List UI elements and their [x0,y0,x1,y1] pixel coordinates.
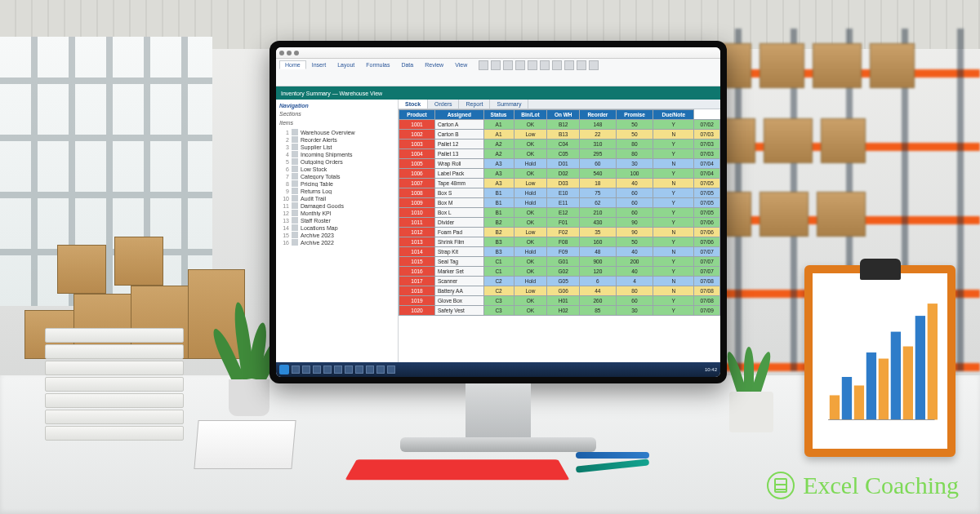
cell[interactable]: OK [514,218,547,228]
cell-id[interactable]: 1017 [399,277,435,286]
cell[interactable]: 30 [616,159,653,169]
cell[interactable]: 60 [580,159,617,169]
table-row[interactable]: 1004Pallet 13A2OKC0529580Y07/03 [399,149,720,159]
cell[interactable]: 80 [616,286,653,296]
cell[interactable]: A1 [483,130,514,140]
cell[interactable]: 07/05 [694,188,720,198]
cell[interactable]: E10 [547,188,580,198]
cell[interactable]: Low [514,228,547,237]
cell[interactable]: G02 [547,267,580,277]
nav-item[interactable]: 13Staff Roster [279,217,394,224]
column-header[interactable]: Bin/Lot [514,110,547,120]
column-header[interactable]: Promise [616,110,653,120]
cell[interactable]: Low [514,286,547,296]
cell[interactable]: Y [653,218,694,228]
cell[interactable]: B3 [483,237,514,247]
cell[interactable]: C1 [483,267,514,277]
number-format-icon[interactable] [564,60,574,70]
cell[interactable]: 40 [616,247,653,257]
cell[interactable]: 60 [616,188,653,198]
cell-id[interactable]: 1007 [399,179,435,188]
cell[interactable]: OK [514,149,547,159]
cell[interactable]: 148 [580,120,617,130]
cell[interactable]: F02 [547,228,580,237]
cell[interactable]: 260 [580,296,617,306]
cell[interactable]: 90 [616,218,653,228]
table-row[interactable]: 1016Marker SetC1OKG0212040Y07/07 [399,267,720,277]
table-row[interactable]: 1001Carton AA1OKB1214850Y07/02 [399,120,720,130]
sheet-tab[interactable]: Summary [490,100,528,109]
cell[interactable]: 48 [580,247,617,257]
cell[interactable]: 50 [616,237,653,247]
cell[interactable]: Y [653,149,694,159]
cell[interactable]: 07/06 [694,237,720,247]
sheet-tab[interactable]: Orders [428,100,459,109]
cell[interactable]: 40 [616,267,653,277]
cell-desc[interactable]: Box M [435,198,484,208]
cell[interactable]: 07/06 [694,218,720,228]
cell[interactable]: B1 [483,208,514,218]
table-row[interactable]: 1009Box MB1HoldE116260Y07/05 [399,198,720,208]
cell[interactable]: 60 [616,296,653,306]
cell[interactable]: 100 [616,169,653,179]
cell-id[interactable]: 1004 [399,149,435,159]
filter-icon[interactable] [589,60,599,70]
cell-desc[interactable]: Strap Kit [435,247,484,257]
cell[interactable]: C1 [483,257,514,267]
cell[interactable]: B2 [483,218,514,228]
cell[interactable]: Y [653,198,694,208]
cell[interactable]: 07/05 [694,198,720,208]
cell-desc[interactable]: Divider [435,218,484,228]
taskbar-app-icon[interactable] [366,366,374,374]
taskbar-app-icon[interactable] [302,366,310,374]
cell-id[interactable]: 1001 [399,120,435,130]
cell[interactable]: OK [514,120,547,130]
cell-id[interactable]: 1009 [399,198,435,208]
cell[interactable]: Hold [514,277,547,286]
cell[interactable]: Low [514,130,547,140]
cell[interactable]: Y [653,140,694,149]
cell[interactable]: D01 [547,159,580,169]
table-row[interactable]: 1006Label PackA3OKD02540100Y07/04 [399,169,720,179]
cell-id[interactable]: 1006 [399,169,435,179]
column-header[interactable]: Status [483,110,514,120]
sort-icon[interactable] [577,60,586,70]
table-row[interactable]: 1013Shrink FilmB3OKF0816050Y07/06 [399,237,720,247]
cell[interactable]: 07/08 [694,286,720,296]
bold-icon[interactable] [479,60,488,70]
cell[interactable]: Y [653,296,694,306]
cell[interactable]: 75 [580,188,617,198]
table-row[interactable]: 1002Carton BA1LowB132250N07/03 [399,130,720,140]
cell[interactable]: 80 [616,149,653,159]
nav-item[interactable]: 10Audit Trail [279,195,394,202]
nav-item[interactable]: 6Low Stock [279,166,394,172]
cell[interactable]: 18 [580,179,617,188]
cell[interactable]: 430 [580,218,617,228]
nav-item[interactable]: 5Outgoing Orders [279,158,394,165]
cell[interactable]: N [653,286,694,296]
start-icon[interactable] [279,365,289,374]
table-row[interactable]: 1019Glove BoxC3OKH0126060Y07/08 [399,296,720,306]
cell[interactable]: 900 [580,257,617,267]
cell[interactable]: C2 [483,277,514,286]
worksheet-area[interactable]: StockOrdersReportSummary ProductAssigned… [399,100,720,362]
cell[interactable]: E12 [547,208,580,218]
cell[interactable]: Y [653,237,694,247]
nav-item[interactable]: 7Category Totals [279,173,394,179]
cell[interactable]: Hold [514,247,547,257]
cell-desc[interactable]: Marker Set [435,267,484,277]
cell[interactable]: 07/04 [694,169,720,179]
cell-id[interactable]: 1005 [399,159,435,169]
cell-desc[interactable]: Tape 48mm [435,179,484,188]
cell[interactable]: F09 [547,247,580,257]
cell[interactable]: 295 [580,149,617,159]
cell-desc[interactable]: Box S [435,188,484,198]
cell[interactable]: OK [514,208,547,218]
table-row[interactable]: 1017ScannerC2HoldG0564N07/08 [399,277,720,286]
table-row[interactable]: 1011DividerB2OKF0143090Y07/06 [399,218,720,228]
cell[interactable]: 200 [616,257,653,267]
cell[interactable]: N [653,277,694,286]
nav-item[interactable]: 9Returns Log [279,188,394,194]
table-row[interactable]: 1018Battery AAC2LowG064480N07/08 [399,286,720,296]
ribbon-tab[interactable]: Formulas [360,60,395,69]
